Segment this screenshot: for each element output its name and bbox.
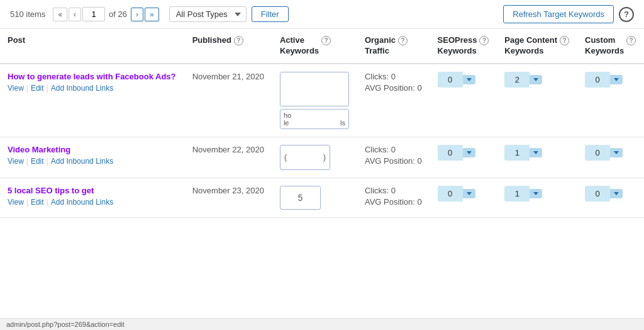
main-table-wrapper: Post Published ? ActiveKeywords ? xyxy=(0,29,644,218)
next-page-button[interactable]: › xyxy=(131,8,143,21)
post-type-select[interactable]: All Post Types xyxy=(169,6,247,22)
seopress-dropdown-btn-1[interactable] xyxy=(463,75,475,84)
published-help-icon[interactable]: ? xyxy=(234,36,243,45)
col-header-organic-traffic: OrganicTraffic ? xyxy=(357,29,430,64)
filter-button[interactable]: Filter xyxy=(252,6,289,22)
add-inbound-links-1[interactable]: Add Inbound Links xyxy=(51,84,113,93)
add-inbound-links-3[interactable]: Add Inbound Links xyxy=(51,198,113,207)
prev-page-button[interactable]: ‹ xyxy=(69,8,81,21)
table-row: 5 local SEO tips to get View | Edit | Ad… xyxy=(0,178,644,217)
custom-keywords-cell-1: 0 xyxy=(577,64,644,137)
add-inbound-links-2[interactable]: Add Inbound Links xyxy=(51,157,113,166)
col-header-seopress-keywords: SEOPressKeywords ? xyxy=(430,29,497,64)
active-keywords-help-icon[interactable]: ? xyxy=(321,36,331,45)
seopress-keywords-cell-3: 0 xyxy=(430,178,497,217)
post-title-link-3[interactable]: 5 local SEO tips to get xyxy=(8,186,177,195)
dropdown-arrow-icon xyxy=(614,192,619,195)
col-header-active-keywords: ActiveKeywords ? xyxy=(272,29,357,64)
published-cell-1: November 21, 2020 xyxy=(185,64,272,137)
col-header-post: Post xyxy=(0,29,185,64)
dropdown-arrow-icon xyxy=(467,78,472,81)
post-cell-1: How to generate leads with Facebook Ads?… xyxy=(0,64,185,137)
page-content-dropdown-btn-2[interactable] xyxy=(530,148,542,157)
custom-dropdown-btn-1[interactable] xyxy=(610,75,623,84)
published-cell-3: November 23, 2020 xyxy=(185,178,272,217)
keywords-partial-box-3[interactable]: 5 xyxy=(280,186,321,210)
custom-keywords-cell-2: 0 xyxy=(577,137,644,178)
active-keywords-cell-1: ho le ls xyxy=(272,64,357,137)
col-header-published: Published ? xyxy=(185,29,272,64)
page-content-help-icon[interactable]: ? xyxy=(560,36,569,45)
first-page-button[interactable]: « xyxy=(53,8,67,21)
page-input[interactable] xyxy=(82,7,105,21)
dropdown-arrow-icon xyxy=(614,151,619,154)
seopress-dropdown-btn-2[interactable] xyxy=(463,148,475,157)
toolbar: 510 items « ‹ of 26 › » All Post Types F… xyxy=(0,0,644,29)
page-content-keywords-cell-1: 2 xyxy=(497,64,577,137)
edit-link-1[interactable]: Edit xyxy=(31,84,44,93)
col-header-page-content-keywords: Page ContentKeywords ? xyxy=(497,29,577,64)
dropdown-arrow-icon xyxy=(467,151,472,154)
page-content-keywords-cell-2: 1 xyxy=(497,137,577,178)
post-actions-2: View | Edit | Add Inbound Links xyxy=(8,157,177,166)
dropdown-arrow-icon xyxy=(533,151,538,154)
col-header-custom-keywords: CustomKeywords ? xyxy=(577,29,644,64)
custom-keywords-help-icon[interactable]: ? xyxy=(626,36,636,45)
dropdown-arrow-icon xyxy=(614,78,619,81)
custom-dropdown-btn-3[interactable] xyxy=(610,189,623,198)
page-content-keywords-cell-3: 1 xyxy=(497,178,577,217)
dropdown-arrow-icon xyxy=(467,192,472,195)
posts-table: Post Published ? ActiveKeywords ? xyxy=(0,29,644,218)
organic-traffic-cell-2: Clicks: 0 AVG Position: 0 xyxy=(357,137,430,178)
table-row: Video Marketing View | Edit | Add Inboun… xyxy=(0,137,644,178)
page-content-dropdown-btn-3[interactable] xyxy=(530,189,542,198)
custom-keywords-cell-3: 0 xyxy=(577,178,644,217)
post-title-link-2[interactable]: Video Marketing xyxy=(8,145,177,154)
pagination: « ‹ of 26 › » xyxy=(53,7,158,21)
organic-traffic-cell-3: Clicks: 0 AVG Position: 0 xyxy=(357,178,430,217)
seopress-help-icon[interactable]: ? xyxy=(479,36,489,45)
dropdown-arrow-icon xyxy=(533,192,538,195)
organic-traffic-cell-1: Clicks: 0 AVG Position: 0 xyxy=(357,64,430,137)
view-link-2[interactable]: View xyxy=(8,157,24,166)
post-cell-3: 5 local SEO tips to get View | Edit | Ad… xyxy=(0,178,185,217)
view-link-3[interactable]: View xyxy=(8,198,24,207)
table-header-row: Post Published ? ActiveKeywords ? xyxy=(0,29,644,64)
page-content-dropdown-btn-1[interactable] xyxy=(530,75,542,84)
keywords-partial-box-2[interactable]: ( ) xyxy=(280,145,330,170)
post-actions-3: View | Edit | Add Inbound Links xyxy=(8,198,177,207)
published-cell-2: November 22, 2020 xyxy=(185,137,272,178)
post-title-link-1[interactable]: How to generate leads with Facebook Ads? xyxy=(8,72,177,81)
post-cell-2: Video Marketing View | Edit | Add Inboun… xyxy=(0,137,185,178)
seopress-keywords-cell-2: 0 xyxy=(430,137,497,178)
table-row: How to generate leads with Facebook Ads?… xyxy=(0,64,644,137)
organic-traffic-help-icon[interactable]: ? xyxy=(398,36,408,45)
refresh-keywords-button[interactable]: Refresh Target Keywords xyxy=(503,5,614,23)
edit-link-3[interactable]: Edit xyxy=(31,198,44,207)
help-icon[interactable]: ? xyxy=(619,7,634,22)
post-actions-1: View | Edit | Add Inbound Links xyxy=(8,84,177,93)
edit-link-2[interactable]: Edit xyxy=(31,157,44,166)
active-keywords-cell-3: 5 xyxy=(272,178,357,217)
keywords-suggestions-1: ho le ls xyxy=(280,109,349,129)
items-count: 510 items xyxy=(10,9,45,19)
seopress-dropdown-btn-3[interactable] xyxy=(463,189,475,198)
dropdown-arrow-icon xyxy=(533,78,538,81)
active-keywords-cell-2: ( ) xyxy=(272,137,357,178)
custom-dropdown-btn-2[interactable] xyxy=(610,148,623,157)
keywords-input-box-1[interactable] xyxy=(280,72,349,106)
last-page-button[interactable]: » xyxy=(145,8,159,21)
of-label: of 26 xyxy=(106,9,130,19)
seopress-keywords-cell-1: 0 xyxy=(430,64,497,137)
view-link-1[interactable]: View xyxy=(8,84,24,93)
